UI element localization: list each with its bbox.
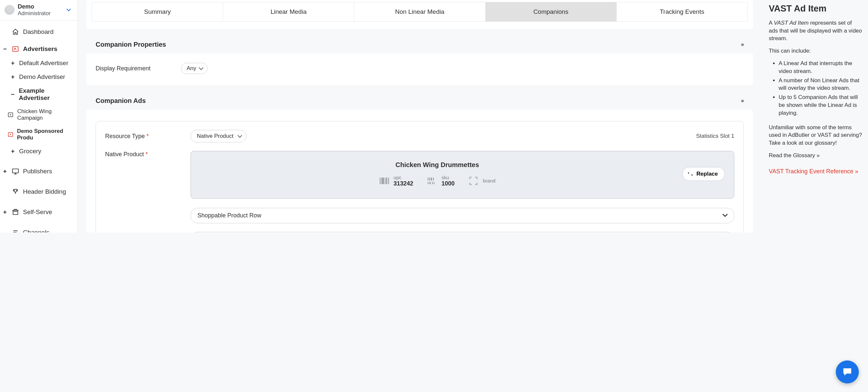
sidebar-item-header-bidding[interactable]: Header Bidding bbox=[0, 185, 78, 199]
main: Summary Linear Media Non Linear Media Co… bbox=[78, 0, 762, 232]
tracking-reference-link[interactable]: VAST Tracking Event Reference » bbox=[769, 167, 862, 176]
product-brand: brand bbox=[468, 176, 495, 186]
chevron-down-icon[interactable] bbox=[64, 7, 73, 12]
sidebar-item-publishers[interactable]: + Publishers bbox=[0, 164, 78, 178]
section-title: Companion Properties bbox=[96, 41, 166, 48]
collapse-dot-icon bbox=[741, 100, 744, 102]
plus-icon: + bbox=[10, 60, 16, 66]
fullscreen-icon bbox=[468, 176, 480, 186]
sidebar-item-example-advertiser[interactable]: − Example Advertiser bbox=[0, 84, 78, 105]
sidebar-item-self-serve[interactable]: + Self-Serve bbox=[0, 205, 78, 219]
sidebar-nav: Dashboard − Advertisers + Default Advert… bbox=[0, 21, 78, 232]
user-name: Demo bbox=[18, 3, 64, 10]
sidebar-item-advertisers[interactable]: − Advertisers bbox=[0, 42, 78, 56]
play-icon bbox=[7, 131, 14, 138]
list-icon bbox=[11, 229, 20, 232]
sidebar-item-label: Self-Serve bbox=[23, 208, 52, 216]
replace-button[interactable]: Replace bbox=[682, 167, 725, 181]
tab-companions[interactable]: Companions bbox=[486, 2, 617, 21]
svg-rect-3 bbox=[12, 169, 19, 173]
store-icon bbox=[11, 208, 20, 216]
sidebar-item-label: Default Advertiser bbox=[19, 59, 68, 67]
sidebar: Demo Administrator Dashboard − Advertise… bbox=[0, 0, 78, 232]
help-p3: Unfamiliar with some of the terms used i… bbox=[769, 124, 862, 147]
help-panel: VAST Ad Item A VAST Ad Item represents s… bbox=[762, 0, 868, 232]
glossary-link[interactable]: Read the Glossary » bbox=[769, 152, 820, 159]
native-product-card: Chicken Wing Drummettes upc 313242 bbox=[191, 151, 734, 199]
barcode-icon bbox=[379, 176, 390, 186]
trophy-icon bbox=[11, 188, 20, 196]
section-companion-properties[interactable]: Companion Properties bbox=[86, 35, 753, 54]
sidebar-item-label: Demo Sponsored Produ bbox=[17, 128, 74, 141]
plus-icon: + bbox=[2, 168, 8, 174]
select-value: Any bbox=[187, 65, 196, 72]
minus-icon: − bbox=[2, 46, 8, 52]
sidebar-item-label: Dashboard bbox=[23, 28, 54, 35]
label-native-product: Native Product bbox=[105, 151, 144, 158]
sidebar-item-label: Chicken Wing Campaign bbox=[17, 108, 74, 121]
select-value: Shoppable Product Row bbox=[197, 212, 261, 219]
plus-icon: + bbox=[2, 209, 8, 215]
monitor-icon bbox=[11, 167, 20, 175]
chevron-down-icon bbox=[722, 214, 728, 217]
section-title: Companion Ads bbox=[96, 97, 146, 105]
tab-tracking-events[interactable]: Tracking Events bbox=[617, 2, 747, 21]
tabs: Summary Linear Media Non Linear Media Co… bbox=[92, 2, 748, 22]
avatar bbox=[5, 5, 14, 15]
tab-linear-media[interactable]: Linear Media bbox=[223, 2, 354, 21]
product-sku: sku 1000 bbox=[427, 175, 455, 187]
tab-summary[interactable]: Summary bbox=[92, 2, 223, 21]
barcode-icon bbox=[427, 176, 438, 186]
companion-ad-card: Resource Type * Native Product Statistic… bbox=[96, 121, 744, 232]
sidebar-item-demo-advertiser[interactable]: + Demo Advertiser bbox=[0, 70, 78, 84]
sidebar-item-label: Publishers bbox=[23, 168, 52, 175]
statistics-slot-label: Statistics Slot 1 bbox=[696, 133, 734, 139]
row-type-select[interactable]: Shoppable Product Row bbox=[191, 208, 734, 223]
sidebar-item-label: Header Bidding bbox=[23, 188, 66, 195]
sidebar-item-chicken-campaign[interactable]: Chicken Wing Campaign bbox=[0, 105, 78, 124]
sidebar-item-label: Grocery bbox=[19, 148, 41, 155]
help-p1: A VAST Ad Item represents set of ads tha… bbox=[769, 19, 862, 43]
user-role: Administrator bbox=[18, 10, 64, 17]
label-display-requirement: Display Requirement bbox=[96, 65, 181, 72]
help-p2: This can include: bbox=[769, 47, 862, 55]
section-companion-ads[interactable]: Companion Ads bbox=[86, 92, 753, 110]
plus-icon: + bbox=[10, 148, 16, 154]
minus-icon: − bbox=[10, 91, 16, 97]
help-li: Up to 5 Companion Ads that will be shown… bbox=[779, 93, 862, 117]
display-requirement-select[interactable]: Any bbox=[181, 63, 208, 74]
sidebar-item-label: Advertisers bbox=[23, 46, 58, 53]
required-indicator: * bbox=[146, 151, 148, 158]
product-title: Chicken Wing Drummettes bbox=[200, 161, 675, 169]
sidebar-item-demo-sponsored[interactable]: Demo Sponsored Produ bbox=[0, 124, 78, 144]
user-menu[interactable]: Demo Administrator bbox=[0, 0, 78, 21]
label-resource-type: Resource Type bbox=[105, 133, 145, 139]
tab-non-linear-media[interactable]: Non Linear Media bbox=[354, 2, 485, 21]
sidebar-item-dashboard[interactable]: Dashboard bbox=[0, 25, 78, 39]
play-icon bbox=[7, 111, 14, 118]
companion-destination-input[interactable] bbox=[191, 232, 734, 232]
required-indicator: * bbox=[147, 133, 149, 139]
home-icon bbox=[11, 28, 20, 36]
sidebar-item-label: Example Advertiser bbox=[19, 87, 74, 102]
product-upc: upc 313242 bbox=[379, 175, 413, 187]
sidebar-item-label: Channels bbox=[23, 229, 49, 232]
help-list: A Linear Ad that interrupts the video st… bbox=[769, 59, 862, 117]
plus-icon: + bbox=[10, 74, 16, 80]
collapse-dot-icon bbox=[741, 44, 744, 46]
help-title: VAST Ad Item bbox=[769, 3, 862, 15]
advertiser-icon bbox=[11, 45, 20, 53]
sidebar-item-channels[interactable]: Channels bbox=[0, 225, 78, 232]
help-li: A Linear Ad that interrupts the video st… bbox=[779, 59, 862, 75]
help-li: A number of Non Linear Ads that will ove… bbox=[779, 77, 862, 92]
sidebar-item-grocery[interactable]: + Grocery bbox=[0, 144, 78, 158]
sidebar-item-default-advertiser[interactable]: + Default Advertiser bbox=[0, 56, 78, 70]
select-value: Native Product bbox=[197, 133, 234, 139]
sidebar-item-label: Demo Advertiser bbox=[19, 73, 65, 81]
resource-type-select[interactable]: Native Product bbox=[191, 130, 246, 142]
